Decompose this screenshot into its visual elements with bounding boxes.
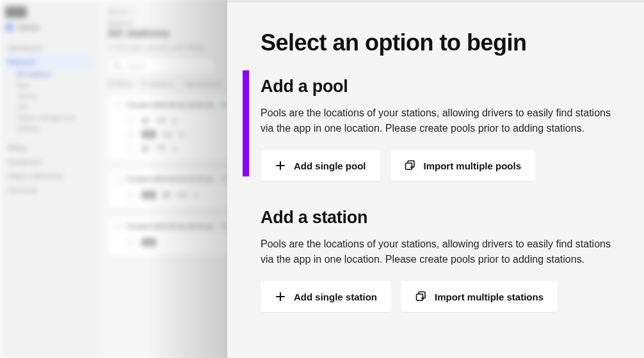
- bg-account: Admin: [5, 23, 92, 32]
- section-add-station: Add a station Pools are the locations of…: [261, 208, 621, 312]
- checkbox-icon: [127, 117, 134, 124]
- dot-icon: [142, 145, 149, 152]
- checkbox-icon: [127, 239, 134, 246]
- bg-card-title: Created 2023-06-16 10:24 am: [127, 102, 214, 109]
- pool-description: Pools are the locations of your stations…: [261, 105, 621, 136]
- bg-search-placeholder: Search: [126, 63, 147, 70]
- add-single-station-label: Add single station: [294, 292, 377, 302]
- section-add-pool: Add a pool Pools are the locations of yo…: [261, 77, 621, 181]
- bg-val: 7.6: [156, 144, 165, 152]
- station-buttons: Add single station Import multiple stati…: [261, 281, 621, 312]
- plus-icon: [275, 291, 286, 302]
- bg-nav-billing: Billing: [5, 141, 92, 155]
- add-single-pool-button[interactable]: Add single pool: [261, 150, 380, 181]
- dot-icon: [163, 192, 170, 198]
- bg-subnav-map: Map: [5, 80, 92, 91]
- bg-search: 🔍 Search: [108, 58, 216, 74]
- pool-title: Add a pool: [261, 77, 621, 97]
- import-pools-button[interactable]: Import multiple pools: [390, 150, 536, 181]
- station-title: Add a station: [261, 208, 621, 228]
- status-badge: ■■: [142, 238, 156, 246]
- bg-nav-network: Network: [5, 55, 92, 69]
- bg-subnav-all-stations: All stations: [5, 69, 92, 80]
- import-stations-button[interactable]: Import multiple stations: [401, 281, 558, 312]
- plus-icon: [275, 160, 286, 171]
- onboarding-panel: Select an option to begin Add a pool Poo…: [227, 0, 644, 358]
- bg-nav-dashboard: Dashboard: [5, 41, 92, 55]
- bg-filter-all: All filters: [108, 81, 132, 88]
- bg-nav-servicing: Servicing: [5, 183, 92, 197]
- checkbox-icon: [115, 102, 122, 109]
- station-description: Pools are the locations of your stations…: [261, 237, 621, 267]
- import-stations-label: Import multiple stations: [435, 292, 543, 302]
- status-badge: ■■: [142, 130, 156, 138]
- bg-filter-operational: Operational ▾: [184, 81, 221, 88]
- bg-val: 2.1: [163, 131, 172, 138]
- checkbox-icon: [115, 223, 122, 230]
- bg-val: 7.4: [156, 117, 165, 124]
- play-icon: ▶: [180, 131, 184, 137]
- bg-subnav-lab: Lab: [5, 102, 92, 113]
- overlay-shadow: [0, 0, 227, 358]
- bg-card-title: Created 2023-06-16 10:24 am: [127, 176, 214, 183]
- bg-nav-object-refs: Object references: [5, 169, 92, 183]
- add-single-pool-label: Add single pool: [294, 160, 366, 171]
- checkbox-icon: [127, 131, 134, 138]
- import-pools-label: Import multiple pools: [424, 160, 522, 171]
- import-icon: [405, 160, 416, 171]
- avatar-icon: [5, 23, 14, 32]
- bg-logo: [5, 6, 27, 18]
- play-icon: ▶: [194, 192, 198, 198]
- bg-account-name: Admin: [18, 24, 40, 31]
- svg-rect-3: [417, 294, 423, 300]
- checkbox-icon: [127, 192, 134, 199]
- status-badge: ■■: [142, 191, 156, 199]
- checkbox-icon: [115, 176, 122, 183]
- add-single-station-button[interactable]: Add single station: [261, 281, 391, 312]
- play-icon: ▶: [173, 145, 177, 152]
- dot-icon: [142, 118, 149, 124]
- checkbox-icon: [127, 144, 134, 152]
- bg-subnav-settings: Settings: [5, 123, 92, 134]
- bg-card-title: Created 2023-06-16 10:24 am: [127, 223, 214, 230]
- play-icon: ▶: [173, 118, 177, 124]
- svg-rect-1: [405, 163, 412, 169]
- bg-nav-equipment: Equipment: [5, 155, 92, 169]
- pool-buttons: Add single pool Import multiple pools: [261, 150, 621, 181]
- panel-heading: Select an option to begin: [261, 29, 621, 56]
- import-icon: [415, 291, 427, 302]
- bg-subnav-queue: Queue management: [5, 113, 92, 123]
- bg-subnav-volume: Volume: [5, 91, 92, 102]
- bg-sidebar: Admin Dashboard Network All stations Map…: [0, 0, 97, 358]
- bg-val: 7.4: [177, 192, 186, 199]
- bg-filter-templates: Templates ▾: [141, 81, 175, 88]
- search-icon: 🔍: [113, 62, 122, 70]
